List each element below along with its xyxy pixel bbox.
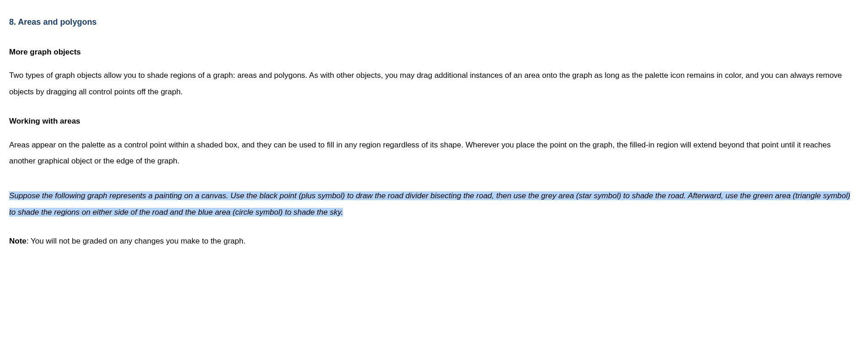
note-paragraph: Note: You will not be graded on any chan…: [9, 233, 859, 250]
instructions-text: Suppose the following graph represents a…: [9, 191, 850, 217]
section-title: 8. Areas and polygons: [9, 14, 859, 31]
subsection-working-with-areas-paragraph: Areas appear on the palette as a control…: [9, 137, 859, 169]
note-text: : You will not be graded on any changes …: [27, 237, 246, 245]
instructions-block: Suppose the following graph represents a…: [9, 188, 859, 220]
subsection-more-graph-objects-title: More graph objects: [9, 44, 859, 60]
subsection-working-with-areas-title: Working with areas: [9, 113, 859, 130]
subsection-more-graph-objects-paragraph: Two types of graph objects allow you to …: [9, 67, 859, 100]
note-label: Note: [9, 237, 27, 245]
